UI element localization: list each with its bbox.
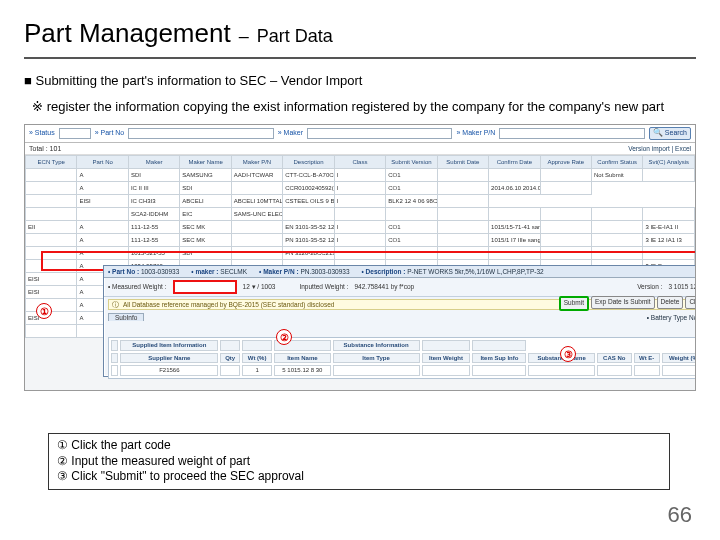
table-cell xyxy=(386,208,437,221)
table-cell xyxy=(26,325,77,338)
table-cell: I xyxy=(334,234,385,247)
filter-makerpn-label: » Maker P/N xyxy=(456,129,495,137)
filter-maker-label: » Maker xyxy=(278,129,303,137)
subinfo-header xyxy=(220,340,240,351)
tab-subinfo[interactable]: SubInfo xyxy=(108,313,144,321)
callout-3: ③ xyxy=(560,346,576,362)
table-header-cell: Description xyxy=(283,156,334,169)
table-cell xyxy=(26,234,77,247)
table-cell xyxy=(283,208,334,221)
filter-makerpn-input[interactable] xyxy=(499,128,644,139)
instruction-3: ③ Click "Submit" to proceed the SEC appr… xyxy=(57,469,661,485)
popup-partno-key: • Part No : xyxy=(108,268,139,275)
page-number: 66 xyxy=(668,502,692,528)
table-cell xyxy=(643,247,695,260)
table-cell: EISI xyxy=(26,273,77,286)
subinfo-cell xyxy=(472,365,526,376)
subinfo-header: Supplier Name xyxy=(120,353,218,364)
table-cell xyxy=(437,247,488,260)
table-cell: A xyxy=(77,234,128,247)
table-cell: Not Submit xyxy=(591,169,642,182)
table-cell: CO1 xyxy=(386,234,437,247)
bullet-square: ■ xyxy=(24,73,32,88)
subinfo-header: Item Type xyxy=(333,353,420,364)
filter-partno-label: » Part No xyxy=(95,129,125,137)
table-cell xyxy=(26,182,77,195)
subinfo-cell xyxy=(634,365,660,376)
version-value: 3 1015 12 / 30 xyxy=(668,283,696,290)
submit-button[interactable]: Submit xyxy=(559,296,589,311)
table-cell: EN 3101-35-52 12 Th unm 0 xyxy=(283,221,334,234)
table-header-cell: Submit Date xyxy=(437,156,488,169)
table-cell: EISI xyxy=(26,286,77,299)
table-cell: CO1 xyxy=(386,221,437,234)
table-row[interactable]: AIC II IIISDICCR0100240592(+)ICO12014.06… xyxy=(26,182,695,195)
table-cell xyxy=(540,182,591,195)
table-cell xyxy=(231,182,282,195)
table-header-cell: Maker P/N xyxy=(231,156,282,169)
measured-weight-label: • Measured Weight : xyxy=(108,283,167,290)
table-cell: IC II III xyxy=(128,182,179,195)
inputted-weight-label: Inputted Weight : xyxy=(299,283,348,290)
title-main: Part Management xyxy=(24,18,231,49)
exp-date-button[interactable]: Exp Date Is Submit xyxy=(591,296,655,309)
popup-weight-row: • Measured Weight : 12 ▾ / 1003 Inputted… xyxy=(104,278,696,297)
subinfo-cell xyxy=(333,365,420,376)
table-cell: PN 3101-35-52 12 Th unm 0 xyxy=(283,234,334,247)
search-button[interactable]: 🔍 Search xyxy=(649,127,691,140)
page-title: Part Management – Part Data xyxy=(24,18,696,49)
close-button[interactable]: Close xyxy=(685,296,696,309)
subinfo-header xyxy=(472,340,526,351)
subinfo-cell xyxy=(528,365,595,376)
table-header-cell: ECN Type xyxy=(26,156,77,169)
table-header-cell: Part No xyxy=(77,156,128,169)
subinfo-cell: 5 1015.12 8 30 xyxy=(274,365,330,376)
table-cell: SDI xyxy=(180,247,231,260)
table-cell xyxy=(540,221,591,234)
table-cell: I xyxy=(334,182,385,195)
filter-partno-input[interactable] xyxy=(128,128,273,139)
subinfo-header: Item Name xyxy=(274,353,330,364)
measured-weight-unit: 12 ▾ / 1003 xyxy=(243,283,276,290)
subinfo-cell: 1 xyxy=(242,365,272,376)
table-cell: 1015-521-55 xyxy=(128,247,179,260)
table-cell: CO1 xyxy=(386,182,437,195)
table-row[interactable]: EISIIC CH3I3ABCELIABCELI 10MTTAL C00 C4S… xyxy=(26,195,695,208)
popup-partno-val: 1003-030933 xyxy=(141,268,179,275)
measured-weight-input[interactable] xyxy=(173,280,237,294)
table-row[interactable]: EIIA111-12-55SEC MKEN 3101-35-52 12 Th u… xyxy=(26,221,695,234)
popup-maker-key: • maker : xyxy=(191,268,218,275)
table-row[interactable]: SCA2-IDDHMEICSAMS-UNC ELECT 0SRLCNC3 xyxy=(26,208,695,221)
table-cell xyxy=(231,221,282,234)
subinfo-table: Supplied Item InformationSubstance Infor… xyxy=(108,337,696,379)
intro-text-2: register the information copying the exi… xyxy=(47,99,664,114)
table-cell xyxy=(540,247,591,260)
table-cell xyxy=(26,208,77,221)
toolbar-links[interactable]: Version import | Excel xyxy=(628,145,691,152)
table-cell xyxy=(437,208,488,221)
filter-maker-input[interactable] xyxy=(307,128,452,139)
filter-status-input[interactable] xyxy=(59,128,91,139)
table-cell xyxy=(591,221,642,234)
table-cell xyxy=(231,234,282,247)
table-cell: SAMSUNG xyxy=(180,169,231,182)
subinfo-cell xyxy=(220,365,240,376)
subinfo-cell xyxy=(662,365,696,376)
table-cell xyxy=(643,208,695,221)
table-row[interactable]: ASDISAMSUNGAADI-ITCWARCTT-CCL-B-A70CC-4I… xyxy=(26,169,695,182)
search-icon: 🔍 xyxy=(653,129,663,137)
filter-bar: » Status » Part No » Maker » Maker P/N 🔍… xyxy=(25,125,695,143)
table-cell: 1015/1 I7 IIIe sang-sk.sid1 Approve xyxy=(489,234,540,247)
table-row[interactable]: A1015-521-55SDIFN 3120-28CC213SL T xyxy=(26,247,695,260)
part-detail-popup: • Part No : 1003-030933 • maker : SECLMK… xyxy=(103,265,696,377)
table-cell: SEC MK xyxy=(180,221,231,234)
popup-header: • Part No : 1003-030933 • maker : SECLMK… xyxy=(104,266,696,278)
table-row[interactable]: A111-12-55SEC MKPN 3101-35-52 12 Th unm … xyxy=(26,234,695,247)
table-cell xyxy=(437,195,488,208)
title-sub: Part Data xyxy=(257,26,333,47)
table-cell xyxy=(540,169,591,182)
search-button-label: Search xyxy=(665,129,687,137)
table-cell xyxy=(334,208,385,221)
inputted-weight-value: 942.758441 by f*cop xyxy=(354,283,414,290)
delete-button[interactable]: Delete xyxy=(657,296,684,309)
